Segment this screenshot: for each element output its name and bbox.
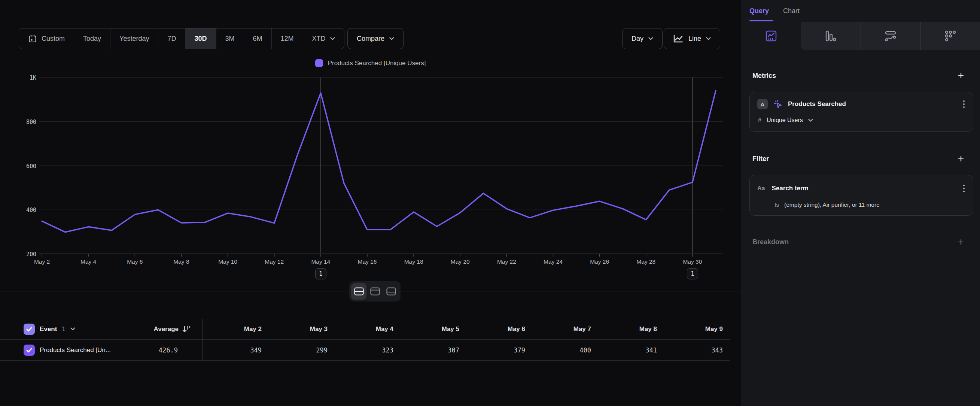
text-property-icon: Aa bbox=[757, 185, 765, 192]
column-header[interactable]: May 3 bbox=[269, 319, 335, 339]
metric-aggregation-row[interactable]: # Unique Users bbox=[758, 117, 813, 124]
average-header-cell[interactable]: Average bbox=[129, 319, 203, 339]
flows-icon bbox=[885, 30, 897, 41]
report-type-funnels-tab[interactable] bbox=[801, 22, 860, 50]
event-header-cell: Event 1 bbox=[24, 319, 129, 339]
compare-button[interactable]: Compare bbox=[347, 28, 404, 49]
svg-text:May 28: May 28 bbox=[636, 258, 655, 265]
column-header[interactable]: May 6 bbox=[466, 319, 532, 339]
event-header-label: Event bbox=[40, 325, 57, 333]
metrics-title: Metrics bbox=[752, 72, 776, 80]
date-range-xtd-button[interactable]: XTD bbox=[303, 29, 344, 49]
column-header[interactable]: May 7 bbox=[532, 319, 598, 339]
select-all-checkbox[interactable] bbox=[24, 323, 35, 335]
report-type-flows-tab[interactable] bbox=[861, 22, 921, 50]
chart-type-dropdown[interactable]: Line bbox=[664, 28, 720, 49]
column-header-label: May 8 bbox=[640, 325, 657, 333]
check-icon bbox=[26, 347, 33, 353]
column-header[interactable]: May 4 bbox=[335, 319, 401, 339]
filter-card[interactable]: Aa Search term Is (empty string), Air pu… bbox=[749, 175, 973, 216]
metric-options-kebab-icon[interactable] bbox=[962, 99, 966, 109]
table-view-icon bbox=[386, 287, 396, 296]
svg-text:May 18: May 18 bbox=[404, 258, 423, 265]
date-range-yesterday-button[interactable]: Yesterday bbox=[110, 29, 158, 49]
tab-query[interactable]: Query bbox=[749, 7, 769, 15]
split-view-button[interactable] bbox=[351, 283, 366, 299]
add-metric-button[interactable]: + bbox=[958, 70, 964, 81]
chevron-down-icon bbox=[648, 37, 653, 40]
sidebar-tabs: Query Chart bbox=[741, 0, 980, 22]
chevron-down-icon[interactable] bbox=[70, 327, 75, 331]
value-cell: 379 bbox=[466, 340, 532, 360]
metric-card-header: A Products Searched bbox=[757, 98, 966, 110]
column-header[interactable]: May 9 bbox=[664, 319, 730, 339]
annotation-badge[interactable]: 1 bbox=[315, 268, 326, 279]
svg-text:400: 400 bbox=[26, 207, 36, 213]
compare-label: Compare bbox=[357, 35, 385, 43]
average-value-cell: 426.9 bbox=[129, 340, 203, 360]
tab-chart[interactable]: Chart bbox=[783, 7, 800, 15]
value-cell: 343 bbox=[664, 340, 730, 360]
date-range-label: 3M bbox=[225, 35, 235, 43]
chart-view-button[interactable] bbox=[367, 283, 383, 299]
value-cell: 307 bbox=[401, 340, 466, 360]
svg-text:May 4: May 4 bbox=[81, 258, 97, 265]
report-type-retention-tab[interactable] bbox=[921, 22, 980, 50]
event-count: 1 bbox=[62, 325, 65, 333]
date-range-30d-button[interactable]: 30D bbox=[185, 29, 216, 49]
cell-value: 299 bbox=[316, 346, 328, 354]
svg-text:May 20: May 20 bbox=[451, 258, 470, 265]
date-range-custom-button[interactable]: Custom bbox=[19, 29, 74, 49]
table-header-row: Event 1 Average May 2 May 3 May 4 Ma bbox=[0, 319, 730, 340]
value-cell: 299 bbox=[269, 340, 335, 360]
svg-text:May 14: May 14 bbox=[311, 258, 330, 265]
date-range-label: 6M bbox=[253, 35, 262, 43]
cell-value: 307 bbox=[448, 346, 459, 354]
svg-text:May 2: May 2 bbox=[34, 258, 50, 265]
annotation-badge[interactable]: 1 bbox=[687, 268, 698, 279]
cell-value: 400 bbox=[579, 346, 591, 354]
value-cell: 400 bbox=[532, 340, 598, 360]
date-range-label: 12M bbox=[281, 35, 294, 43]
metrics-section-header: Metrics + bbox=[752, 70, 964, 81]
add-filter-button[interactable]: + bbox=[958, 154, 964, 164]
date-range-3m-button[interactable]: 3M bbox=[216, 29, 244, 49]
date-range-6m-button[interactable]: 6M bbox=[244, 29, 272, 49]
date-range-7d-button[interactable]: 7D bbox=[158, 29, 185, 49]
svg-text:May 8: May 8 bbox=[173, 258, 189, 265]
filter-condition-row[interactable]: Is (empty string), Air purifier, or 11 m… bbox=[775, 202, 880, 208]
column-header[interactable]: May 2 bbox=[203, 319, 269, 339]
svg-text:May 24: May 24 bbox=[544, 258, 563, 265]
aggregation-label: Unique Users bbox=[767, 117, 803, 124]
date-range-label: 7D bbox=[167, 35, 176, 43]
date-range-label: Yesterday bbox=[119, 35, 149, 43]
table-row: Products Searched [Un... 426.9 349 299 3… bbox=[0, 340, 730, 361]
report-type-insights-tab[interactable] bbox=[741, 22, 801, 50]
check-icon bbox=[26, 326, 33, 332]
metric-letter-badge: A bbox=[757, 99, 768, 109]
sort-descending-icon bbox=[181, 325, 191, 334]
column-header[interactable]: May 8 bbox=[598, 319, 664, 339]
series-checkbox[interactable] bbox=[24, 345, 35, 356]
date-range-today-button[interactable]: Today bbox=[74, 29, 110, 49]
svg-text:May 6: May 6 bbox=[127, 258, 143, 265]
cell-value: 349 bbox=[250, 346, 262, 354]
svg-text:600: 600 bbox=[26, 163, 36, 170]
svg-text:May 10: May 10 bbox=[218, 258, 237, 265]
value-cell: 349 bbox=[203, 340, 269, 360]
add-breakdown-button[interactable]: + bbox=[958, 237, 964, 247]
column-header-label: May 3 bbox=[310, 325, 328, 333]
legend-swatch bbox=[315, 59, 323, 67]
metric-card[interactable]: A Products Searched # Unique Users bbox=[749, 92, 973, 132]
chevron-down-icon bbox=[330, 37, 335, 40]
cell-value: 379 bbox=[514, 346, 525, 354]
table-view-button[interactable] bbox=[383, 283, 399, 299]
column-header[interactable]: May 5 bbox=[401, 319, 466, 339]
chevron-down-icon bbox=[808, 119, 813, 122]
filter-options-kebab-icon[interactable] bbox=[962, 183, 966, 194]
average-header-label: Average bbox=[154, 325, 178, 333]
granularity-dropdown[interactable]: Day bbox=[622, 28, 663, 49]
column-header-label: May 5 bbox=[442, 325, 459, 333]
value-cell: 341 bbox=[598, 340, 664, 360]
date-range-12m-button[interactable]: 12M bbox=[272, 29, 303, 49]
